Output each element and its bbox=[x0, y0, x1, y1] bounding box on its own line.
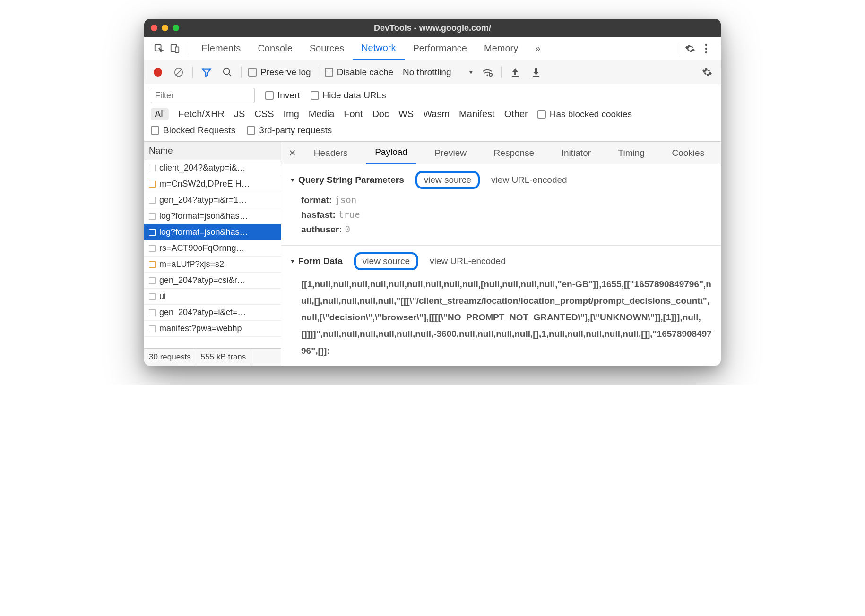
filter-type-img[interactable]: Img bbox=[284, 109, 299, 120]
filter-type-all[interactable]: All bbox=[151, 108, 169, 120]
param-value: 0 bbox=[345, 224, 350, 234]
form-view-url-encoded-link[interactable]: view URL-encoded bbox=[430, 256, 506, 266]
qsp-view-source-link[interactable]: view source bbox=[415, 171, 480, 189]
request-row[interactable]: manifest?pwa=webhp bbox=[144, 321, 281, 337]
preserve-log-label: Preserve log bbox=[260, 67, 311, 77]
device-toolbar-icon[interactable] bbox=[167, 41, 183, 57]
request-name: gen_204?atyp=i&ct=… bbox=[159, 308, 246, 317]
has-blocked-label: Has blocked cookies bbox=[550, 109, 632, 120]
query-param: format:json bbox=[301, 195, 712, 205]
third-party-checkbox[interactable]: 3rd-party requests bbox=[247, 125, 332, 136]
param-key: format: bbox=[301, 195, 332, 205]
preserve-log-checkbox[interactable]: Preserve log bbox=[248, 67, 311, 77]
network-settings-icon[interactable] bbox=[700, 65, 714, 79]
disable-cache-checkbox[interactable]: Disable cache bbox=[325, 67, 393, 77]
qsp-view-url-encoded-link[interactable]: view URL-encoded bbox=[491, 175, 567, 185]
separator bbox=[192, 67, 193, 78]
param-key: hasfast: bbox=[301, 210, 336, 220]
detail-tab-payload[interactable]: Payload bbox=[366, 142, 416, 164]
filter-type-js[interactable]: JS bbox=[234, 109, 245, 120]
query-param: authuser:0 bbox=[301, 224, 712, 235]
svg-rect-2 bbox=[175, 47, 179, 52]
devtools-window: DevTools - www.google.com/ ElementsConso… bbox=[144, 19, 721, 366]
upload-har-icon[interactable] bbox=[508, 65, 522, 79]
request-name: m=CnSW2d,DPreE,H… bbox=[159, 179, 250, 189]
request-row[interactable]: log?format=json&has… bbox=[144, 208, 281, 224]
request-row[interactable]: m=aLUfP?xjs=s2 bbox=[144, 257, 281, 273]
download-har-icon[interactable] bbox=[529, 65, 543, 79]
qsp-title: Query String Parameters bbox=[298, 175, 404, 185]
detail-tab-headers[interactable]: Headers bbox=[305, 142, 356, 164]
filter-type-other[interactable]: Other bbox=[504, 109, 528, 120]
tab-memory[interactable]: Memory bbox=[476, 37, 527, 60]
request-row[interactable]: client_204?&atyp=i&… bbox=[144, 160, 281, 176]
column-header-name[interactable]: Name bbox=[144, 142, 281, 160]
filter-type-manifest[interactable]: Manifest bbox=[459, 109, 495, 120]
request-row[interactable]: gen_204?atyp=i&ct=… bbox=[144, 305, 281, 321]
filter-bar: Invert Hide data URLs AllFetch/XHRJSCSSI… bbox=[144, 84, 721, 142]
request-row[interactable]: ui bbox=[144, 289, 281, 305]
clear-icon[interactable] bbox=[172, 65, 186, 79]
request-list: Name client_204?&atyp=i&…m=CnSW2d,DPreE,… bbox=[144, 142, 281, 366]
detail-tab-response[interactable]: Response bbox=[485, 142, 543, 164]
main-tab-strip: ElementsConsoleSourcesNetworkPerformance… bbox=[144, 37, 721, 60]
request-row[interactable]: m=CnSW2d,DPreE,H… bbox=[144, 176, 281, 192]
filter-type-font[interactable]: Font bbox=[344, 109, 363, 120]
detail-tab-cookies[interactable]: Cookies bbox=[664, 142, 713, 164]
request-name: manifest?pwa=webhp bbox=[159, 324, 242, 334]
file-icon bbox=[149, 197, 156, 204]
qsp-toggle[interactable]: ▼Query String Parameters bbox=[290, 175, 404, 185]
invert-checkbox[interactable]: Invert bbox=[265, 90, 300, 101]
tab-performance[interactable]: Performance bbox=[405, 37, 476, 60]
close-details-icon[interactable]: ✕ bbox=[284, 147, 300, 159]
request-name: ui bbox=[159, 291, 166, 301]
detail-tab-timing[interactable]: Timing bbox=[610, 142, 653, 164]
filter-type-ws[interactable]: WS bbox=[398, 109, 414, 120]
kebab-menu-icon[interactable] bbox=[698, 41, 714, 57]
tab-elements[interactable]: Elements bbox=[193, 37, 249, 60]
more-tabs-button[interactable]: » bbox=[527, 37, 549, 60]
filter-type-css[interactable]: CSS bbox=[254, 109, 274, 120]
filter-type-wasm[interactable]: Wasm bbox=[423, 109, 450, 120]
svg-line-9 bbox=[229, 73, 231, 76]
separator bbox=[188, 43, 188, 55]
inspect-element-icon[interactable] bbox=[151, 41, 167, 57]
record-button[interactable] bbox=[151, 65, 165, 79]
svg-rect-12 bbox=[512, 76, 519, 77]
filter-input[interactable] bbox=[151, 88, 255, 103]
settings-icon[interactable] bbox=[682, 41, 698, 57]
triangle-down-icon: ▼ bbox=[290, 177, 295, 183]
detail-tab-initiator[interactable]: Initiator bbox=[553, 142, 599, 164]
filter-type-media[interactable]: Media bbox=[309, 109, 334, 120]
request-row[interactable]: gen_204?atyp=csi&r… bbox=[144, 273, 281, 289]
network-toolbar: Preserve log Disable cache No throttling… bbox=[144, 60, 721, 84]
param-value: json bbox=[335, 195, 356, 205]
tab-sources[interactable]: Sources bbox=[301, 37, 353, 60]
separator bbox=[241, 67, 242, 78]
filter-type-fetch-xhr[interactable]: Fetch/XHR bbox=[178, 109, 225, 120]
filter-icon[interactable] bbox=[199, 65, 214, 79]
request-row[interactable]: rs=ACT90oFqOrnng… bbox=[144, 240, 281, 257]
tab-console[interactable]: Console bbox=[249, 37, 301, 60]
form-data-section: ▼Form Data view source view URL-encoded … bbox=[281, 246, 721, 366]
network-conditions-icon[interactable] bbox=[480, 65, 494, 79]
hide-data-urls-checkbox[interactable]: Hide data URLs bbox=[311, 90, 386, 101]
request-name: m=aLUfP?xjs=s2 bbox=[159, 259, 224, 269]
form-view-source-link[interactable]: view source bbox=[354, 252, 418, 270]
blocked-requests-checkbox[interactable]: Blocked Requests bbox=[151, 125, 235, 136]
filter-type-doc[interactable]: Doc bbox=[372, 109, 389, 120]
param-key: authuser: bbox=[301, 224, 342, 234]
param-value: true bbox=[338, 209, 360, 220]
search-icon[interactable] bbox=[220, 65, 234, 79]
svg-rect-13 bbox=[533, 76, 539, 77]
has-blocked-cookies-checkbox[interactable]: Has blocked cookies bbox=[537, 109, 632, 120]
request-row[interactable]: log?format=json&has… bbox=[144, 224, 281, 240]
throttling-select[interactable]: No throttling ▼ bbox=[403, 67, 474, 77]
detail-tab-preview[interactable]: Preview bbox=[426, 142, 475, 164]
file-icon bbox=[149, 245, 156, 252]
form-data-toggle[interactable]: ▼Form Data bbox=[290, 256, 343, 266]
request-name: rs=ACT90oFqOrnng… bbox=[159, 243, 245, 253]
request-name: client_204?&atyp=i&… bbox=[159, 163, 246, 173]
tab-network[interactable]: Network bbox=[353, 37, 404, 60]
request-row[interactable]: gen_204?atyp=i&r=1… bbox=[144, 192, 281, 208]
